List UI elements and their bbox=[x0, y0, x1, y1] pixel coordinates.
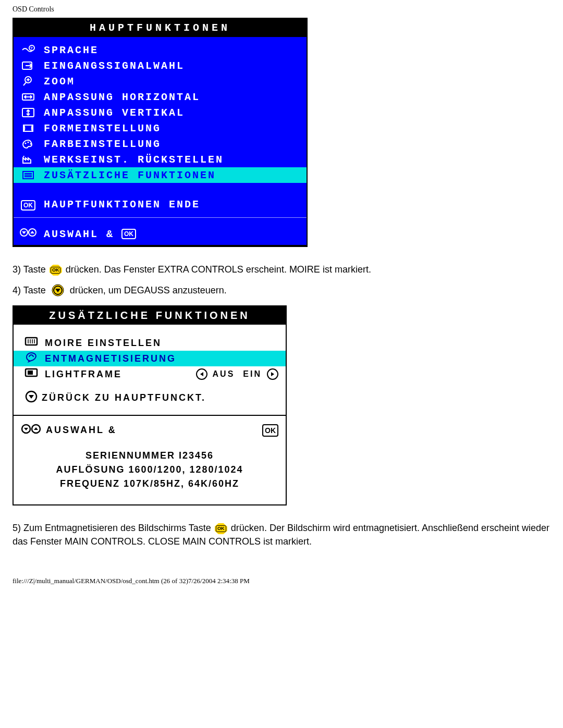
ok-icon: OK bbox=[19, 199, 38, 211]
step-4: 4) Taste drücken, um DEGAUSS anzusteuern… bbox=[13, 283, 550, 298]
ok-icon: OK bbox=[262, 424, 278, 437]
freq-label: FREQUENZ bbox=[60, 478, 120, 489]
step-4-prefix: 4) Taste bbox=[13, 285, 48, 295]
input-icon bbox=[19, 60, 38, 72]
svg-rect-14 bbox=[26, 338, 37, 345]
updown-icon bbox=[21, 423, 42, 437]
menu-item-degauss[interactable]: ENTMAGNETISIERUNG bbox=[14, 351, 286, 366]
svg-point-8 bbox=[30, 143, 32, 145]
opt-off: AUS bbox=[213, 369, 235, 379]
header-title: OSD Controls bbox=[13, 5, 54, 13]
footer-text: file:///Z|/multi_manual/GERMAN/OSD/osd_c… bbox=[13, 577, 250, 585]
menu-item-extra[interactable]: ZUSÄTZLICHE FUNKTIONEN bbox=[14, 167, 307, 183]
svg-rect-16 bbox=[28, 371, 33, 375]
footer-label: AUSWAHL & bbox=[38, 228, 114, 240]
menu-item-moire[interactable]: MOIRE EINSTELLEN bbox=[14, 335, 286, 351]
arrow-left-icon bbox=[196, 368, 207, 380]
back-icon bbox=[21, 390, 42, 405]
osd2-footer: AUSWAHL & OK bbox=[14, 416, 286, 445]
vertical-icon bbox=[19, 107, 38, 119]
osd2-title: ZUSÄTZLICHE FUNKTIONEN bbox=[14, 306, 286, 325]
menu-label: FARBEINSTELLUNG bbox=[38, 138, 161, 150]
menu-label: LIGHTFRAME bbox=[42, 369, 122, 380]
lightframe-icon bbox=[21, 367, 42, 381]
main-controls-osd: HAUPTFUNKTIONEN ? SPRACHE EINGANGSSIGNAL… bbox=[13, 18, 308, 247]
shape-icon bbox=[19, 122, 38, 134]
step-3: 3) Taste OK drücken. Das Fenster EXTRA C… bbox=[13, 263, 550, 276]
osd-title: HAUPTFUNKTIONEN bbox=[14, 19, 307, 37]
page-header: OSD Controls bbox=[13, 0, 550, 18]
menu-label: EINGANGSSIGNALWAHL bbox=[38, 60, 185, 72]
step-5: 5) Zum Entmagnetisieren des Bildschirms … bbox=[13, 521, 550, 548]
degauss-icon bbox=[21, 351, 42, 366]
ok-button-icon: OK bbox=[215, 523, 227, 534]
res-label: AUFLÖSUNG bbox=[56, 464, 125, 475]
menu-item-hpos[interactable]: ANPASSUNG HORIZONTAL bbox=[14, 89, 307, 105]
menu-item-input[interactable]: EINGANGSSIGNALWAHL bbox=[14, 58, 307, 73]
menu-label: ANPASSUNG VERTIKAL bbox=[38, 107, 185, 119]
menu-label: ANPASSUNG HORIZONTAL bbox=[38, 91, 200, 103]
menu-item-sprache[interactable]: ? SPRACHE bbox=[14, 42, 307, 58]
osd-footer: AUSWAHL & OK bbox=[14, 223, 307, 245]
menu-item-shape[interactable]: FORMEINSTELLUNG bbox=[14, 120, 307, 136]
menu-label: SPRACHE bbox=[38, 44, 99, 56]
menu-label: ZOOM bbox=[38, 76, 75, 88]
freq-value: 107K/85HZ, 64K/60HZ bbox=[124, 478, 239, 489]
menu-item-close[interactable]: OK HAUPTFUNKTIONEN ENDE bbox=[14, 196, 307, 212]
lightframe-options: AUS EIN bbox=[196, 368, 278, 380]
factory-icon bbox=[19, 154, 38, 166]
step-3-prefix: 3) Taste bbox=[13, 264, 48, 275]
menu-label: WERKSEINST. RÜCKSTELLEN bbox=[38, 154, 224, 166]
step-4-suffix: drücken, um DEGAUSS anzusteuern. bbox=[70, 285, 227, 295]
svg-point-7 bbox=[28, 142, 29, 143]
menu-label: ENTMAGNETISIERUNG bbox=[42, 353, 176, 364]
palette-icon bbox=[19, 138, 38, 150]
ok-icon: OK bbox=[121, 229, 136, 239]
menu-label: FORMEINSTELLUNG bbox=[38, 122, 161, 134]
serial-label: SERIENNUMMER bbox=[85, 450, 175, 461]
step-3-suffix: drücken. Das Fenster EXTRA CONTROLS ersc… bbox=[66, 264, 371, 275]
svg-point-6 bbox=[25, 143, 27, 144]
extra-controls-osd: ZUSÄTZLICHE FUNKTIONEN MOIRE EINSTELLEN … bbox=[13, 305, 287, 505]
footer-label: AUSWAHL & bbox=[46, 425, 117, 436]
menu-item-back[interactable]: ZÜRÜCK ZU HAUPTFUNCKT. bbox=[14, 382, 286, 410]
menu-label: ZUSÄTZLICHE FUNKTIONEN bbox=[38, 169, 216, 181]
opt-on: EIN bbox=[243, 369, 262, 379]
menu-label: HAUPTFUNKTIONEN ENDE bbox=[38, 199, 200, 211]
step-5-prefix: 5) Zum Entmagnetisieren des Bildschirms … bbox=[13, 523, 214, 533]
list-icon bbox=[19, 169, 38, 181]
ok-button-icon: OK bbox=[50, 265, 62, 276]
arrow-right-icon bbox=[267, 368, 278, 380]
menu-item-color[interactable]: FARBEINSTELLUNG bbox=[14, 136, 307, 152]
horizontal-icon bbox=[19, 91, 38, 103]
moire-icon bbox=[21, 336, 42, 350]
res-value: 1600/1200, 1280/1024 bbox=[128, 464, 243, 475]
language-icon: ? bbox=[19, 44, 38, 56]
zoom-icon bbox=[19, 76, 38, 88]
menu-label: MOIRE EINSTELLEN bbox=[42, 338, 162, 349]
down-button-icon bbox=[51, 283, 65, 298]
updown-icon bbox=[19, 227, 38, 241]
menu-label: ZÜRÜCK ZU HAUPTFUNCKT. bbox=[42, 392, 206, 403]
serial-value: I23456 bbox=[179, 450, 214, 461]
menu-item-vpos[interactable]: ANPASSUNG VERTIKAL bbox=[14, 105, 307, 120]
menu-item-zoom[interactable]: ZOOM bbox=[14, 73, 307, 89]
menu-item-reset[interactable]: WERKSEINST. RÜCKSTELLEN bbox=[14, 152, 307, 167]
page-footer: file:///Z|/multi_manual/GERMAN/OSD/osd_c… bbox=[13, 556, 550, 585]
svg-text:?: ? bbox=[30, 46, 34, 51]
menu-item-lightframe[interactable]: LIGHTFRAME AUS EIN bbox=[14, 366, 286, 382]
osd2-info: SERIENNUMMER I23456 AUFLÖSUNG 1600/1200,… bbox=[14, 445, 286, 499]
